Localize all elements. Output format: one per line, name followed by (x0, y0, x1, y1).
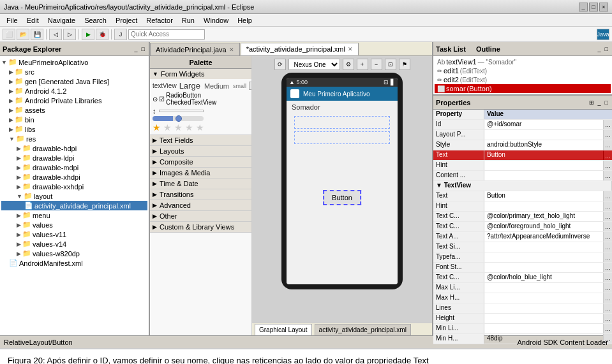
props-btn-text-main[interactable]: … (603, 150, 612, 160)
props-btn-tc2[interactable]: … (603, 222, 612, 231)
panel-minimize-btn[interactable]: _ (133, 46, 139, 52)
outline-item-edit2[interactable]: ✏ edit2 (EditText) (435, 75, 611, 84)
palette-composite-header[interactable]: ▶ Composite (150, 157, 251, 167)
tree-item-libs[interactable]: ▶ 📁 libs (1, 124, 147, 134)
palette-advanced-header[interactable]: ▶ Advanced (150, 200, 251, 210)
props-btn-style[interactable]: … (603, 140, 612, 150)
toolbar-run-btn[interactable]: ▶ (82, 29, 94, 40)
palette-time-date-header[interactable]: ▶ Time & Date (150, 178, 251, 189)
menu-edit[interactable]: Edit (23, 16, 43, 25)
props-btn-minl[interactable]: … (603, 324, 612, 333)
quick-access-input[interactable] (128, 29, 205, 40)
tab-xml-source[interactable]: activity_atividade_principal.xml (315, 324, 411, 335)
tree-item-menu[interactable]: ▶ 📁 menu (1, 210, 147, 220)
palette-large-text[interactable]: Large (179, 81, 200, 91)
props-btn-mh[interactable]: … (603, 293, 612, 303)
device-rotate-btn[interactable]: ⟳ (274, 59, 286, 70)
tree-item-values-v14[interactable]: ▶ 📁 values-v14 (1, 239, 147, 249)
props-filter-btn[interactable]: ⊞ (588, 99, 595, 106)
tree-item-project[interactable]: ▼ 📁 MeuPrimeiroAplicativo (1, 57, 147, 67)
toolbar-open-btn[interactable]: 📂 (17, 29, 29, 40)
tree-item-xml-file[interactable]: 📄 activity_atividade_principal.xml (1, 201, 147, 210)
tree-item-src[interactable]: ▶ 📁 src (1, 67, 147, 76)
menu-project[interactable]: Project (112, 16, 141, 25)
tab-java[interactable]: AtividadePrincipal.java ✕ (150, 43, 240, 55)
toolbar-java-btn[interactable]: J (114, 29, 127, 40)
menu-refactor[interactable]: Refactor (142, 16, 177, 25)
props-btn-id[interactable]: … (603, 120, 612, 129)
tree-item-values-w820dp[interactable]: ▶ 📁 values-w820dp (1, 249, 147, 258)
palette-custom-header[interactable]: ▶ Custom & Library Views (150, 222, 251, 232)
outline-maximize-btn[interactable]: □ (604, 46, 609, 52)
palette-text-fields-header[interactable]: ▶ Text Fields (150, 135, 251, 145)
tree-item-manifest[interactable]: 📄 AndroidManifest.xml (1, 258, 147, 268)
outline-minimize-btn[interactable]: _ (597, 46, 602, 52)
props-btn-hint2[interactable]: … (603, 201, 612, 211)
tab-graphical-layout[interactable]: Graphical Layout (255, 324, 312, 335)
tree-item-drawable-hdpi[interactable]: ▶ 📁 drawable-hdpi (1, 143, 147, 153)
panel-maximize-btn[interactable]: □ (140, 46, 146, 52)
props-btn-hint[interactable]: … (603, 161, 612, 170)
props-btn-text2[interactable]: … (603, 191, 612, 201)
tab-xml-close[interactable]: ✕ (348, 46, 353, 52)
toolbar-debug-btn[interactable]: 🐞 (96, 29, 108, 40)
palette-slider-demo[interactable] (153, 116, 204, 121)
flag-btn[interactable]: ⚑ (399, 59, 410, 70)
props-minimize-btn[interactable]: _ (597, 99, 602, 106)
toolbar-back-btn[interactable]: ◁ (49, 29, 62, 40)
device-config-btn[interactable]: ⚙ (343, 59, 354, 70)
minimize-button[interactable]: _ (579, 3, 588, 11)
tree-item-assets[interactable]: ▶ 📁 assets (1, 105, 147, 115)
props-btn-content[interactable]: … (603, 171, 612, 180)
props-btn-ml[interactable]: … (603, 283, 612, 293)
menu-search[interactable]: Search (80, 16, 110, 25)
tab-xml[interactable]: *activity_atividade_principal.xml ✕ (241, 43, 359, 55)
tree-item-private-libs[interactable]: ▶ 📁 Android Private Libraries (1, 96, 147, 105)
menu-window[interactable]: Window (200, 16, 232, 25)
tree-item-drawable-mdpi[interactable]: ▶ 📁 drawable-mdpi (1, 163, 147, 172)
tree-item-drawable-xhdpi[interactable]: ▶ 📁 drawable-xhdpi (1, 172, 147, 182)
tree-item-res[interactable]: ▼ 📁 res (1, 134, 147, 143)
props-maximize-btn[interactable]: □ (604, 99, 609, 106)
palette-small-text[interactable]: small (233, 83, 246, 89)
props-btn-tf[interactable]: … (603, 252, 612, 262)
props-btn-fs[interactable]: … (603, 263, 612, 272)
outline-item-textview1[interactable]: Ab textView1 — "Somador" (435, 57, 611, 66)
tree-item-bin[interactable]: ▶ 📁 bin (1, 115, 147, 124)
menu-help[interactable]: Help (234, 16, 256, 25)
phone-button[interactable]: Button (323, 190, 361, 205)
tree-item-layout[interactable]: ▼ 📁 layout (1, 191, 147, 201)
props-btn-lines[interactable]: … (603, 303, 612, 313)
menu-run[interactable]: Run (178, 16, 198, 25)
tree-item-drawable-ldpi[interactable]: ▶ 📁 drawable-ldpi (1, 153, 147, 163)
palette-images-media-header[interactable]: ▶ Images & Media (150, 168, 251, 178)
nexus-device-select[interactable]: Nexus One Nexus 4 Nexus 5 (288, 59, 340, 70)
outline-item-somar[interactable]: ⬜ somar (Button) (435, 84, 611, 93)
zoom-in-btn[interactable]: + (357, 59, 368, 70)
maximize-button[interactable]: □ (589, 3, 598, 11)
toolbar-new-btn[interactable]: ⬜ (3, 29, 15, 40)
tree-item-gen[interactable]: ▶ 📁 gen [Generated Java Files] (1, 76, 147, 86)
palette-layouts-header[interactable]: ▶ Layouts (150, 146, 251, 156)
tree-item-values[interactable]: ▶ 📁 values (1, 220, 147, 229)
tree-item-drawable-xxhdpi[interactable]: ▶ 📁 drawable-xxhdpi (1, 182, 147, 191)
tree-item-android412[interactable]: ▶ 📁 Android 4.1.2 (1, 86, 147, 96)
zoom-out-btn[interactable]: − (371, 59, 382, 70)
java-perspective-btn[interactable]: Java (597, 29, 609, 40)
menu-file[interactable]: File (3, 16, 22, 25)
zoom-fit-btn[interactable]: ⊡ (385, 59, 396, 70)
props-btn-tc1[interactable]: … (603, 212, 612, 221)
tree-item-values-v11[interactable]: ▶ 📁 values-v11 (1, 229, 147, 239)
props-btn-tc3[interactable]: … (603, 273, 612, 282)
palette-medium-text[interactable]: Medium (204, 82, 229, 90)
tab-java-close[interactable]: ✕ (229, 47, 234, 53)
props-btn-ta[interactable]: … (603, 232, 612, 242)
palette-other-header[interactable]: ▶ Other (150, 211, 251, 221)
props-btn-ts[interactable]: … (603, 242, 612, 252)
props-btn-height[interactable]: … (603, 314, 612, 323)
menu-navigate[interactable]: Navigate (44, 16, 79, 25)
props-btn-layoutp[interactable]: … (603, 130, 612, 140)
outline-item-edit1[interactable]: ✏ edit1 (EditText) (435, 66, 611, 75)
palette-transitions-header[interactable]: ▶ Transitions (150, 189, 251, 200)
close-button[interactable]: × (599, 3, 608, 11)
